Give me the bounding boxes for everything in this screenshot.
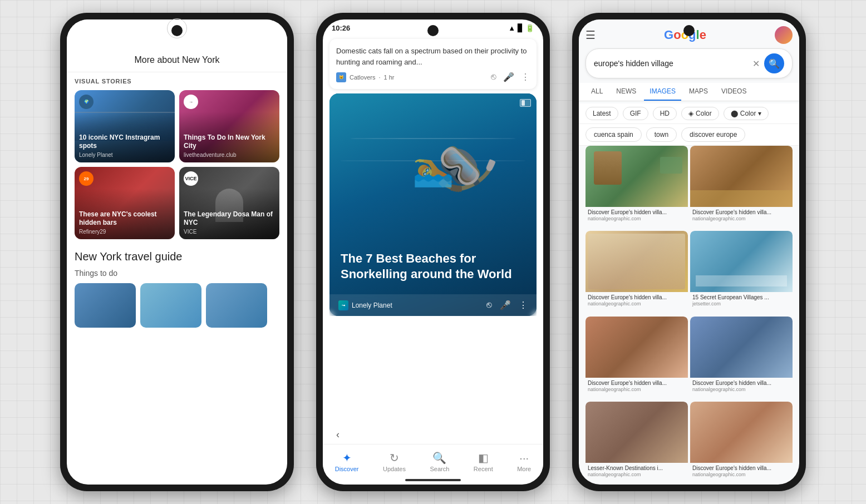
page-title: More about New York [76,55,278,72]
home-indicator [405,479,461,481]
signal-icon: ▊ [518,24,523,32]
more-icon[interactable]: ⋮ [521,72,530,82]
thing-card[interactable] [140,283,201,328]
img-title: Lesser-Known Destinations i... [588,465,686,472]
story-card[interactable]: → Things To Do In New York City livethea… [179,90,279,162]
wifi-icon: ▲ [508,24,515,32]
search-tabs: ALL NEWS IMAGES MAPS VIDEOS [579,83,799,101]
more-icon[interactable]: ⋮ [519,300,528,310]
filter-bar: Latest GIF HD ◈ Color ⬤ Color ▾ [579,103,799,124]
story-title: These are NYC's coolest hidden bars [79,210,170,228]
story-logo: 29 [79,171,94,186]
search-input[interactable]: europe's hidden village [594,59,752,68]
suggestion-town[interactable]: town [646,127,677,142]
story-card[interactable]: VICE The Legendary Dosa Man of NYC VICE [179,167,279,239]
img-title: Discover Europe's hidden villa... [692,209,790,216]
phone-2-notch [427,25,439,36]
nav-discover-label: Discover [335,466,359,472]
story-source: Refinery29 [79,229,170,235]
clear-icon[interactable]: ✕ [752,58,760,69]
story-card[interactable]: 29 These are NYC's coolest hidden bars R… [75,167,175,239]
image-card[interactable]: Discover Europe's hidden villa... nation… [690,317,793,399]
story-title: 10 iconic NYC Instragram spots [79,134,170,151]
image-card[interactable]: Discover Europe's hidden villa... nation… [690,146,793,229]
tab-videos[interactable]: VIDEOS [716,83,752,101]
story-logo: 🌍 [79,95,94,109]
tab-maps[interactable]: MAPS [683,83,714,101]
image-card[interactable]: 15 Secret European Villages ... jetsette… [690,231,793,314]
bottom-nav: ✦ Discover ↻ Updates 🔍 Search ◧ Recent ·… [323,444,543,477]
img-source: nationalgeographic.com [692,216,790,221]
visual-stories-label: VISUAL STORIES [75,78,279,85]
search-button[interactable]: 🔍 [764,53,784,73]
phone-2: 10:26 ▲ ▊ 🔋 Domestic cats fall on a spec… [316,13,550,491]
image-card[interactable]: Discover Europe's hidden villa... nation… [585,231,688,314]
img-source: nationalgeographic.com [588,216,686,221]
phone-1: ∨ More about New York VISUAL STORIES 🌍 1… [60,13,294,491]
nav-recent[interactable]: ◧ Recent [468,449,499,475]
images-grid: Discover Europe's hidden villa... nation… [579,146,799,485]
img-title: 15 Secret European Villages ... [692,294,790,301]
nav-search[interactable]: 🔍 Search [424,449,455,475]
img-title: Discover Europe's hidden villa... [692,379,790,387]
suggestion-cuenca[interactable]: cuenca spain [585,127,642,142]
recent-icon: ◧ [478,451,489,465]
img-title: Discover Europe's hidden villa... [588,209,686,216]
story-title: Things To Do In New York City [184,134,275,151]
share-icon[interactable]: ⎋ [491,72,496,82]
thing-card[interactable] [75,283,136,328]
img-source: nationalgeographic.com [588,301,686,307]
search-bar[interactable]: europe's hidden village ✕ 🔍 [585,48,793,78]
back-icon[interactable]: ‹ [336,429,339,441]
beach-story-card[interactable]: 🤿 🏊 The 7 Best Beaches for Snorkelling a… [329,93,537,316]
mic-icon[interactable]: 🎤 [500,300,511,310]
more-icon: ··· [519,452,529,465]
search-icon: 🔍 [769,58,780,69]
tab-news[interactable]: NEWS [611,83,642,101]
tab-all[interactable]: ALL [585,83,608,101]
filter-gif[interactable]: GIF [623,107,648,120]
news-card[interactable]: Domestic cats fall on a spectrum based o… [329,39,537,89]
phone-3: ☰ Google europe's hidden village ✕ 🔍 ALL… [572,13,806,491]
story-source: VICE [184,229,275,235]
img-source: nationalgeographic.com [692,387,790,392]
filter-hd[interactable]: HD [653,107,677,120]
nav-search-label: Search [430,466,449,472]
mic-icon[interactable]: 🎤 [503,72,514,82]
news-text: Domestic cats fall on a spectrum based o… [336,46,530,67]
image-card[interactable]: Discover Europe's hidden villa... nation… [585,317,688,399]
visual-stories-grid: 🌍 10 iconic NYC Instragram spots Lonely … [75,90,279,239]
discover-icon: ✦ [342,451,352,465]
story-title: The Legendary Dosa Man of NYC [184,210,275,228]
filter-color[interactable]: ⬤ Color ▾ [724,107,769,120]
share-icon[interactable]: ⎋ [486,300,492,310]
suggestion-discover[interactable]: discover europe [681,127,745,142]
color-icon: ⬤ [731,110,738,117]
menu-icon[interactable]: ☰ [585,28,596,42]
image-card[interactable]: Discover Europe's hidden villa... nation… [585,146,688,229]
story-source: Lonely Planet [79,152,170,158]
story-logo: VICE [184,171,198,186]
thing-card[interactable] [206,283,267,328]
back-bar: ‹ [323,426,543,444]
nav-more[interactable]: ··· More [511,449,537,475]
beach-title: The 7 Best Beaches for Snorkelling aroun… [341,251,525,283]
nav-more-label: More [517,466,531,472]
beach-source: ↝ Lonely Planet [338,300,392,310]
user-avatar[interactable] [775,26,793,44]
img-title: Discover Europe's hidden villa... [588,379,686,387]
filter-product[interactable]: ◈ Color [681,107,719,120]
phone-1-notch [171,25,183,36]
image-card[interactable]: Discover Europe's hidden villa... nation… [690,402,793,485]
filter-latest[interactable]: Latest [585,107,618,120]
nav-discover[interactable]: ✦ Discover [329,449,365,475]
lp-icon: ↝ [338,300,348,310]
tab-images[interactable]: IMAGES [644,83,681,101]
story-logo: → [184,95,198,109]
nav-updates[interactable]: ↻ Updates [377,449,411,475]
news-source: 🐱 Catlovers · 1 hr [336,72,395,82]
story-card[interactable]: 🌍 10 iconic NYC Instragram spots Lonely … [75,90,175,162]
image-card[interactable]: Lesser-Known Destinations i... nationalg… [585,402,688,485]
page-indicator [520,99,531,107]
guide-title: New York travel guide [75,250,279,263]
